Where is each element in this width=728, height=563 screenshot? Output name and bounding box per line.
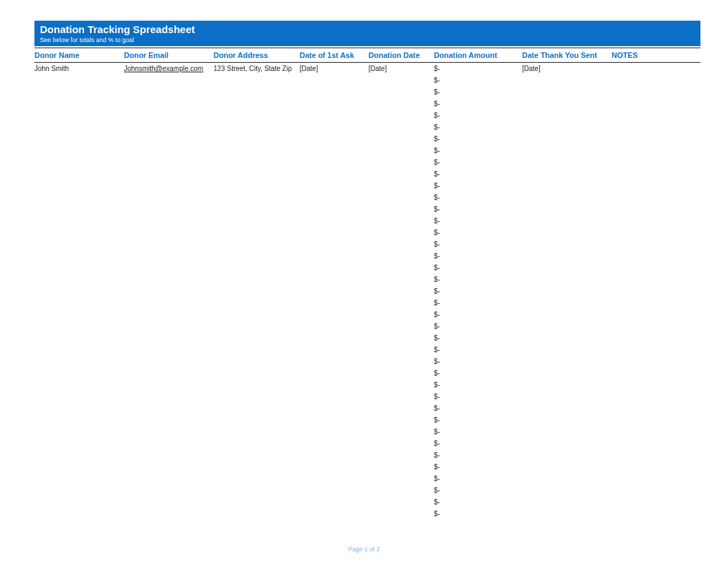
cell-donor-address [214,285,300,297]
cell-donor-name [34,449,124,461]
cell-date-first-ask [300,426,368,438]
table-row: $- [34,86,700,98]
cell-date-thank-you [522,379,612,391]
cell-donation-date [368,133,434,145]
cell-donor-email [124,356,214,367]
cell-donor-email [124,74,214,86]
col-date-thank-you: Date Thank You Sent [522,48,612,63]
cell-donor-email [124,274,214,285]
cell-donation-amount: $- [434,180,522,192]
cell-date-thank-you [522,367,612,379]
cell-donation-amount: $- [434,438,522,449]
cell-date-first-ask [300,379,368,391]
cell-donor-email [124,496,214,508]
cell-date-thank-you [522,98,612,110]
cell-donor-address [214,168,300,180]
cell-donor-name [34,402,124,414]
cell-donor-name [34,86,124,98]
cell-date-first-ask [300,98,368,110]
cell-donation-date: [Date] [368,63,434,75]
table-row: $- [34,496,700,508]
cell-date-thank-you [522,402,612,414]
cell-donor-name [34,227,124,238]
cell-date-thank-you [522,285,612,297]
cell-donation-date [368,262,434,274]
cell-donor-name [34,274,124,285]
cell-donor-email [124,508,214,520]
table-row: $- [34,332,700,344]
cell-date-first-ask [300,262,368,274]
cell-donor-name [34,508,124,520]
cell-date-thank-you [522,192,612,203]
table-row: $- [34,121,700,133]
table-row: $- [34,133,700,145]
cell-notes [612,391,700,402]
cell-donation-amount: $- [434,203,522,215]
cell-date-first-ask [300,391,368,402]
cell-donation-amount: $- [434,356,522,367]
table-row: $- [34,402,700,414]
table-row: $- [34,379,700,391]
cell-donation-date [368,98,434,110]
cell-donor-address [214,356,300,367]
cell-date-thank-you [522,274,612,285]
donor-email-link[interactable]: Johnsmith@example.com [124,65,203,72]
cell-date-thank-you [522,238,612,250]
cell-donor-address [214,203,300,215]
cell-date-first-ask [300,215,368,227]
cell-donor-name [34,332,124,344]
cell-notes [612,356,700,367]
table-row: $- [34,285,700,297]
cell-notes [612,414,700,426]
cell-donor-name [34,180,124,192]
cell-donor-name [34,168,124,180]
cell-donor-address [214,156,300,168]
cell-donor-address [214,262,300,274]
cell-donor-address [214,379,300,391]
cell-donor-name [34,473,124,484]
cell-donor-name [34,438,124,449]
cell-notes [612,110,700,121]
cell-donation-amount: $- [434,496,522,508]
col-donor-address: Donor Address [214,48,300,63]
cell-donor-address [214,438,300,449]
col-donor-email: Donor Email [124,48,214,63]
table-row: $- [34,203,700,215]
cell-donation-amount: $- [434,461,522,473]
cell-donor-email [124,203,214,215]
cell-donation-date [368,192,434,203]
cell-notes [612,250,700,262]
cell-donor-address [214,449,300,461]
cell-donor-address [214,496,300,508]
cell-donor-email [124,484,214,496]
cell-donation-date [368,250,434,262]
cell-date-thank-you [522,356,612,367]
cell-donation-date [368,484,434,496]
cell-donation-amount: $- [434,508,522,520]
table-row: $- [34,508,700,520]
cell-notes [612,496,700,508]
cell-donor-email [124,426,214,438]
cell-donation-date [368,145,434,156]
cell-donation-date [368,461,434,473]
cell-donation-amount: $- [434,227,522,238]
cell-donor-address [214,192,300,203]
cell-donor-email [124,367,214,379]
cell-notes [612,262,700,274]
cell-notes [612,156,700,168]
cell-donation-date [368,508,434,520]
cell-date-first-ask [300,449,368,461]
cell-date-first-ask [300,414,368,426]
cell-donor-name [34,192,124,203]
cell-donor-email [124,192,214,203]
cell-donation-date [368,180,434,192]
cell-donor-name [34,215,124,227]
cell-donation-amount: $- [434,110,522,121]
cell-donation-amount: $- [434,274,522,285]
cell-donation-date [368,86,434,98]
cell-donation-date [368,285,434,297]
cell-date-first-ask [300,168,368,180]
cell-donor-name [34,379,124,391]
cell-notes [612,203,700,215]
cell-donor-name [34,414,124,426]
